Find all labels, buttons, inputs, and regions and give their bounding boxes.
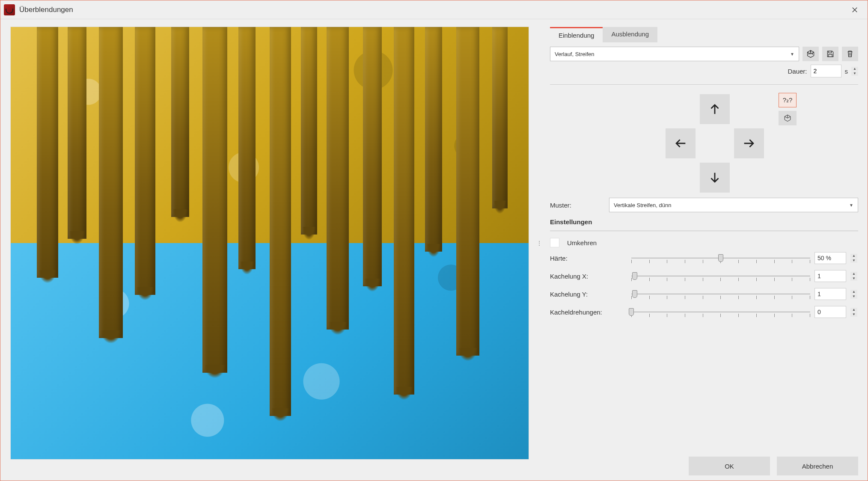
transition-row: Verlauf, Streifen ▼ bbox=[550, 47, 858, 61]
panel-splitter[interactable]: ⋮ bbox=[538, 27, 541, 459]
dice-icon bbox=[784, 114, 791, 122]
trash-icon bbox=[846, 50, 854, 58]
direction-up-button[interactable] bbox=[700, 94, 730, 124]
svg-point-0 bbox=[810, 51, 811, 52]
chevron-down-icon: ▼ bbox=[849, 203, 853, 208]
preview-stripes bbox=[11, 27, 529, 459]
random-mode-label: ?₂? bbox=[783, 96, 793, 104]
save-icon bbox=[826, 50, 835, 58]
arrow-right-icon bbox=[742, 136, 756, 151]
duration-row: Dauer: s ▲▼ bbox=[550, 65, 858, 77]
transition-preview bbox=[11, 27, 529, 459]
tiley-row: Kachelung Y: 1 ▲▼ bbox=[550, 287, 858, 301]
tilex-spinner[interactable]: ▲▼ bbox=[850, 270, 857, 282]
hardness-value[interactable]: 50 % bbox=[814, 252, 846, 264]
heading-underline bbox=[550, 231, 858, 231]
svg-point-2 bbox=[812, 53, 813, 54]
dialog-window: Überblendungen bbox=[0, 0, 868, 481]
random-transition-button[interactable] bbox=[803, 47, 819, 61]
direction-down-button[interactable] bbox=[700, 163, 730, 193]
cancel-button[interactable]: Abbrechen bbox=[777, 457, 858, 475]
duration-label: Dauer: bbox=[788, 68, 807, 75]
tab-fade-out[interactable]: Ausblendung bbox=[603, 27, 657, 42]
tilerot-spinner[interactable]: ▲▼ bbox=[850, 306, 857, 318]
settings-heading: Einstellungen bbox=[550, 218, 858, 226]
tiley-slider[interactable] bbox=[631, 288, 810, 300]
hardness-spinner[interactable]: ▲▼ bbox=[850, 252, 857, 264]
tilex-value[interactable]: 1 bbox=[814, 270, 846, 282]
invert-label: Umkehren bbox=[567, 239, 597, 246]
tiley-spinner[interactable]: ▲▼ bbox=[850, 288, 857, 300]
duration-unit: s bbox=[845, 68, 848, 75]
invert-checkbox[interactable] bbox=[550, 238, 559, 247]
hardness-row: Härte: 50 % ▲▼ bbox=[550, 251, 858, 265]
direction-left-button[interactable] bbox=[666, 128, 696, 158]
direction-right-button[interactable] bbox=[734, 128, 764, 158]
arrow-left-icon bbox=[673, 136, 688, 151]
fade-tabs: Einblendung Ausblendung bbox=[550, 27, 858, 42]
direction-grid: ?₂? bbox=[550, 94, 858, 193]
window-title: Überblendungen bbox=[19, 6, 73, 14]
close-icon bbox=[852, 7, 858, 13]
close-button[interactable] bbox=[845, 3, 864, 17]
tilex-row: Kachelung X: 1 ▲▼ bbox=[550, 269, 858, 283]
pattern-select[interactable]: Vertikale Streifen, dünn ▼ bbox=[609, 198, 858, 212]
arrow-down-icon bbox=[707, 170, 722, 185]
tilerot-value[interactable]: 0 bbox=[814, 306, 846, 318]
tilex-label: Kachelung X: bbox=[550, 273, 627, 280]
pattern-select-value: Vertikale Streifen, dünn bbox=[614, 202, 671, 208]
delete-transition-button[interactable] bbox=[842, 47, 858, 61]
transition-select[interactable]: Verlauf, Streifen ▼ bbox=[550, 47, 799, 61]
tiley-label: Kachelung Y: bbox=[550, 291, 627, 298]
hardness-label: Härte: bbox=[550, 255, 627, 262]
chevron-down-icon: ▼ bbox=[790, 52, 794, 56]
hardness-slider[interactable] bbox=[631, 252, 810, 264]
tilerot-row: Kacheldrehungen: 0 ▲▼ bbox=[550, 305, 858, 319]
tab-fade-in[interactable]: Einblendung bbox=[550, 27, 603, 42]
random-mode-button[interactable]: ?₂? bbox=[779, 93, 797, 107]
pattern-label: Muster: bbox=[550, 202, 606, 209]
content-area: ⋮ Einblendung Ausblendung Verlauf, Strei… bbox=[0, 19, 868, 481]
titlebar: Überblendungen bbox=[0, 0, 868, 19]
divider bbox=[550, 84, 858, 85]
dialog-footer: OK Abbrechen bbox=[550, 449, 858, 475]
app-icon bbox=[4, 4, 15, 15]
settings-panel: Einblendung Ausblendung Verlauf, Streife… bbox=[550, 27, 858, 475]
dice-icon bbox=[806, 50, 815, 58]
transition-select-value: Verlauf, Streifen bbox=[555, 51, 595, 57]
svg-point-1 bbox=[809, 53, 809, 54]
tilerot-label: Kacheldrehungen: bbox=[550, 309, 627, 316]
random-direction-button[interactable] bbox=[779, 111, 797, 125]
tiley-value[interactable]: 1 bbox=[814, 288, 846, 300]
duration-spinner[interactable]: ▲▼ bbox=[851, 65, 858, 77]
tilerot-slider[interactable] bbox=[631, 306, 810, 318]
ok-button[interactable]: OK bbox=[689, 457, 770, 475]
save-transition-button[interactable] bbox=[822, 47, 838, 61]
duration-input[interactable] bbox=[811, 65, 841, 77]
arrow-up-icon bbox=[707, 102, 722, 116]
tilex-slider[interactable] bbox=[631, 270, 810, 282]
invert-row: Umkehren bbox=[550, 238, 858, 247]
pattern-row: Muster: Vertikale Streifen, dünn ▼ bbox=[550, 198, 858, 212]
